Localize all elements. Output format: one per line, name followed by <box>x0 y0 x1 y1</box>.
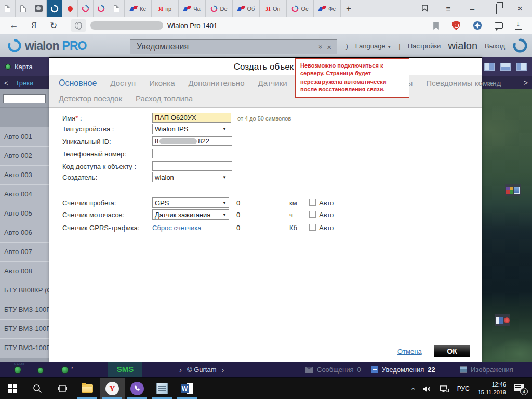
tab-sensors[interactable]: Датчики <box>258 78 287 88</box>
browser-tab[interactable]: De <box>206 0 233 17</box>
tab-access[interactable]: Доступ <box>110 78 136 88</box>
unit-list-item[interactable]: БТУ ВМЗ-100Г <box>0 338 49 358</box>
tab-general[interactable]: Основное <box>59 78 97 88</box>
engine-value-input[interactable]: 0 <box>234 210 284 219</box>
browser-tab[interactable] <box>16 0 31 17</box>
unit-list-item[interactable]: Авто 007 <box>0 242 49 261</box>
download-icon[interactable] <box>515 22 523 29</box>
reset-counter-link[interactable]: Сброс счетчика <box>152 224 202 232</box>
browser-menu-button[interactable]: ≡ <box>436 4 460 13</box>
chevron-icon[interactable]: › <box>222 365 224 374</box>
browser-tab-active[interactable] <box>47 0 62 17</box>
browser-tab[interactable] <box>109 0 125 17</box>
collapse-icon[interactable]: « <box>316 45 324 48</box>
phone-input[interactable] <box>152 149 232 158</box>
action-center-button[interactable]: 4 <box>514 384 526 393</box>
messages-tab[interactable]: Сообщения 0 <box>305 362 361 377</box>
map-mode-row[interactable]: Карта <box>0 57 49 76</box>
layout-mixed-icon[interactable] <box>516 63 527 71</box>
unit-list-item[interactable]: Авто 003 <box>0 165 49 184</box>
notifications-tab[interactable]: Уведомления 22 <box>371 362 435 377</box>
tab-advanced[interactable]: Дополнительно <box>189 78 245 88</box>
browser-tab[interactable]: Фс <box>314 0 341 17</box>
tab-icon[interactable]: Иконка <box>149 78 175 88</box>
unique-id-input[interactable]: 8822 <box>152 136 232 146</box>
unit-list-item[interactable]: БТУ ВМЗ-100Г <box>0 319 49 338</box>
site-info-button[interactable] <box>71 19 86 32</box>
new-tab-button[interactable]: + <box>341 0 356 17</box>
unit-list-item[interactable]: Авто 002 <box>0 146 49 165</box>
yandex-browser-button[interactable]: Y <box>100 378 125 399</box>
access-code-input[interactable] <box>152 161 232 171</box>
mileage-value-input[interactable]: 0 <box>234 198 284 207</box>
browser-tab[interactable]: ЯОп <box>260 0 287 17</box>
unit-list-item[interactable]: Авто 005 <box>0 204 49 223</box>
unit-list-item[interactable]: Авто 004 <box>0 184 49 204</box>
chevron-icon[interactable]: › <box>179 365 182 374</box>
chats-icon[interactable] <box>495 22 503 29</box>
layout-split-horizontal-icon[interactable] <box>500 63 511 71</box>
mileage-source-select[interactable]: GPS▼ <box>152 197 229 208</box>
browser-tab[interactable]: Ос <box>287 0 314 17</box>
clock[interactable]: 12:46 15.11.2019 <box>478 381 506 396</box>
word-button[interactable]: W <box>175 378 200 399</box>
chevron-left-icon[interactable]: < <box>4 79 8 87</box>
name-input[interactable]: ПАП О620УХ <box>152 113 231 123</box>
browser-tab[interactable]: Об <box>233 0 260 17</box>
browser-tab[interactable] <box>0 0 16 17</box>
search-button[interactable] <box>25 378 50 399</box>
yandex-home-button[interactable]: Я <box>24 20 44 31</box>
browser-tab[interactable]: Ча <box>179 0 206 17</box>
bookmark-flag-icon[interactable] <box>433 22 440 30</box>
tab-trip-detector[interactable]: Детектор поездок <box>59 94 122 103</box>
zen-icon[interactable] <box>473 21 482 30</box>
layout-split-vertical-icon[interactable] <box>484 63 495 71</box>
browser-tab[interactable]: Кс <box>125 0 152 17</box>
engine-auto-checkbox[interactable] <box>309 211 316 218</box>
back-button[interactable]: ← <box>4 20 24 31</box>
unit-list-item[interactable]: Авто 006 <box>0 223 49 242</box>
ok-button[interactable]: ОК <box>434 345 470 357</box>
close-icon[interactable]: × <box>327 43 331 51</box>
satellite-map[interactable] <box>482 89 532 362</box>
close-button[interactable]: × <box>508 4 532 14</box>
images-tab[interactable]: Изображения <box>460 362 513 377</box>
start-button[interactable] <box>0 378 25 399</box>
creator-select[interactable]: wialon▼ <box>152 172 229 182</box>
restore-button[interactable] <box>484 4 508 13</box>
device-type-select[interactable]: Wialon IPS▼ <box>152 124 229 134</box>
unit-list-item[interactable]: Авто 008 <box>0 261 49 281</box>
address-bar[interactable]: Wialon Pro 1401 <box>71 19 217 32</box>
gprs-auto-checkbox[interactable] <box>309 224 316 231</box>
refresh-button[interactable]: ↻ <box>44 20 63 31</box>
browser-tab[interactable] <box>78 0 94 17</box>
keyboard-language[interactable]: РУС <box>457 385 470 392</box>
network-icon[interactable] <box>440 385 449 393</box>
language-menu[interactable]: Language ▼ <box>355 42 391 50</box>
sms-tab[interactable]: SMS <box>108 362 142 377</box>
protect-shield-icon[interactable] <box>452 21 460 30</box>
current-user[interactable]: wialon <box>448 40 477 52</box>
show-hidden-icons[interactable]: › <box>408 388 417 390</box>
mileage-auto-checkbox[interactable] <box>309 199 316 206</box>
browser-tab[interactable] <box>31 0 47 17</box>
map-control-icon[interactable] <box>495 314 510 326</box>
task-view-button[interactable] <box>50 378 75 399</box>
browser-tab[interactable] <box>94 0 109 17</box>
tab-fuel-consumption[interactable]: Расход топлива <box>136 94 193 103</box>
browser-tab[interactable] <box>62 0 78 17</box>
logout-link[interactable]: Выход <box>485 42 505 50</box>
engine-source-select[interactable]: Датчик зажигания▼ <box>152 209 229 220</box>
tracks-row[interactable]: < Треки <box>0 76 49 89</box>
unit-search-input[interactable] <box>3 94 46 103</box>
browser-tab[interactable]: Япр <box>152 0 179 17</box>
unit-list-item[interactable]: БТУ ВМЗ-100Г <box>0 300 49 319</box>
map-layers-icon[interactable] <box>505 184 521 196</box>
notes-app-button[interactable] <box>150 378 175 399</box>
unit-list-item[interactable]: БТУ В808КР (С <box>0 281 49 300</box>
cancel-link[interactable]: Отмена <box>397 348 422 355</box>
gprs-value-input[interactable]: 0 <box>234 223 284 232</box>
notifications-panel-header[interactable]: Уведомления « × <box>130 39 337 54</box>
file-explorer-button[interactable] <box>75 378 100 399</box>
tab-command-aliases[interactable]: Псевдонимы команд <box>426 78 501 88</box>
